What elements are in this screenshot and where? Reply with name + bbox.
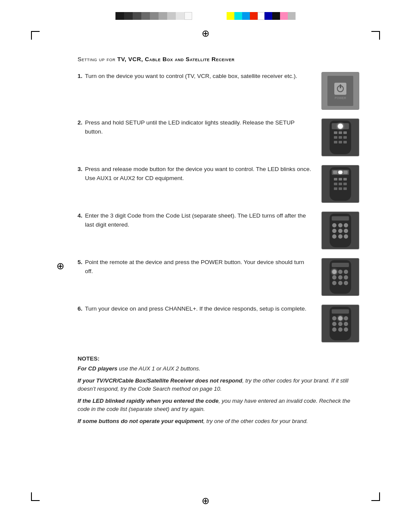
- color-bars: [0, 12, 411, 20]
- step-6-content: 6. Turn your device on and press CHANNEL…: [78, 305, 321, 314]
- step-4-content: 4. Enter the 3 digit Code from the Code …: [78, 212, 321, 230]
- note-3-bold: If the LED blinked rapidly when you ente…: [78, 398, 218, 404]
- section-heading: Setting up for TV, VCR, Cable Box and Sa…: [78, 56, 359, 62]
- crosshair-bottom: ⊕: [200, 496, 211, 506]
- step-2-text: Press and hold SETUP until the LED indic…: [85, 118, 313, 137]
- step-5-content: 5. Point the remote at the device and pr…: [78, 258, 321, 276]
- step-4-image: [321, 212, 359, 249]
- note-1-bold: For CD players: [78, 365, 117, 372]
- color-bar-left: [115, 12, 192, 20]
- step-6: 6. Turn your device on and press CHANNEL…: [78, 305, 359, 342]
- note-2: If your TV/VCR/Cable Box/Satellite Recei…: [78, 376, 359, 393]
- step-4: 4. Enter the 3 digit Code from the Code …: [78, 212, 359, 249]
- step-6-image: [321, 305, 359, 342]
- step-3-content: 3. Press and release mode button for the…: [78, 165, 321, 183]
- step-3-number: 3.: [78, 165, 82, 174]
- step-5-number: 5.: [78, 258, 82, 267]
- color-bar-right: [227, 12, 296, 20]
- step-1-number: 1.: [78, 72, 82, 81]
- step-3-image: [321, 165, 359, 203]
- step-6-number: 6.: [78, 305, 82, 314]
- steps-list: 1. Turn on the device you want to contro…: [78, 72, 359, 351]
- reg-mark-bottom-left: [31, 492, 40, 501]
- step-1-text: Turn on the device you want to control (…: [85, 72, 297, 81]
- step-5-text: Point the remote at the device and press…: [85, 258, 313, 276]
- note-1-italic: use the AUX 1 or AUX 2 buttons.: [117, 365, 200, 372]
- step-2: 2. Press and hold SETUP until the LED in…: [78, 118, 359, 156]
- crosshair-top: ⊕: [200, 28, 211, 39]
- notes-title: NOTES:: [78, 355, 359, 362]
- note-3: If the LED blinked rapidly when you ente…: [78, 397, 359, 414]
- step-2-number: 2.: [78, 118, 82, 128]
- step-2-image: [321, 118, 359, 156]
- main-content: Setting up for TV, VCR, Cable Box and Sa…: [78, 56, 359, 429]
- step-3: 3. Press and release mode button for the…: [78, 165, 359, 203]
- crosshair-left: ⊕: [55, 261, 65, 271]
- step-1-content: 1. Turn on the device you want to contro…: [78, 72, 321, 81]
- note-4-italic: , try one of the other codes for your br…: [203, 418, 308, 424]
- heading-title: TV, VCR, Cable Box and Satellite Receive…: [117, 56, 234, 62]
- notes-section: NOTES: For CD players use the AUX 1 or A…: [78, 355, 359, 425]
- note-4: If some buttons do not operate your equi…: [78, 417, 359, 426]
- heading-text: Setting up for: [78, 56, 117, 62]
- step-6-text: Turn your device on and press CHANNEL+. …: [85, 305, 306, 314]
- step-3-text: Press and release mode button for the de…: [85, 165, 313, 183]
- reg-mark-top-left: [31, 31, 40, 40]
- step-1-image: POWER: [321, 72, 359, 110]
- note-1: For CD players use the AUX 1 or AUX 2 bu…: [78, 364, 359, 373]
- step-5: 5. Point the remote at the device and pr…: [78, 258, 359, 296]
- note-4-bold: If some buttons do not operate your equi…: [78, 418, 203, 424]
- step-5-image: [321, 258, 359, 296]
- step-2-content: 2. Press and hold SETUP until the LED in…: [78, 118, 321, 137]
- step-4-number: 4.: [78, 212, 82, 221]
- reg-mark-top-right: [371, 31, 380, 40]
- note-2-bold: If your TV/VCR/Cable Box/Satellite Recei…: [78, 377, 242, 384]
- step-4-text: Enter the 3 digit Code from the Code Lis…: [85, 212, 313, 230]
- step-1: 1. Turn on the device you want to contro…: [78, 72, 359, 110]
- reg-mark-bottom-right: [371, 492, 380, 501]
